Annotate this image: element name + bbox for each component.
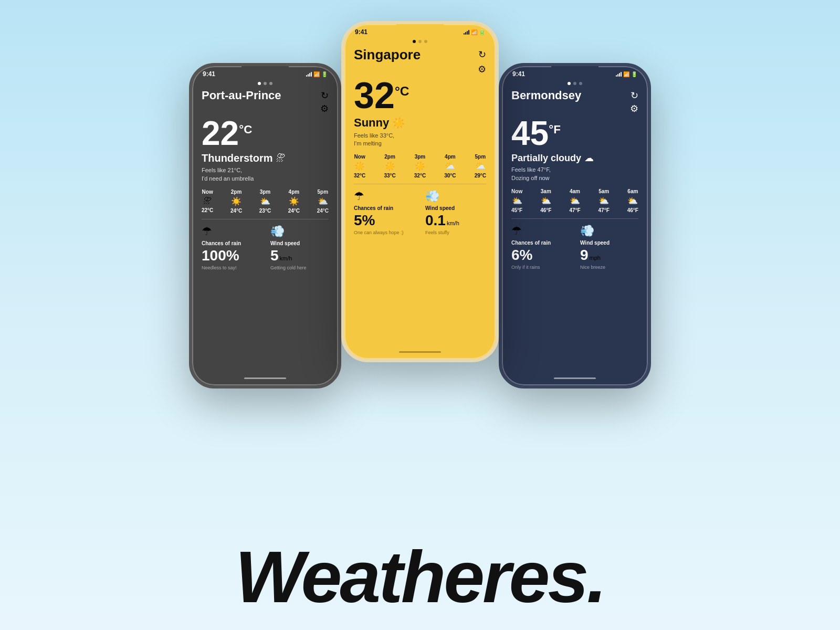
temp-center: 32°C [354, 77, 486, 114]
wind-value-center: 0.1 [425, 213, 446, 228]
dot-1-center [413, 40, 416, 43]
home-bar-right [554, 377, 596, 379]
feels-like-right: Feels like 47°F, Dozing off now [511, 166, 638, 182]
hour-icon-0-left: ⛈ [203, 196, 212, 206]
wind-icon-right: 💨 [580, 224, 638, 238]
wind-value-left: 5 [270, 248, 279, 263]
hour-icon-4-right: ⛅ [627, 196, 638, 206]
settings-icon-center[interactable]: ⚙ [478, 64, 486, 75]
app-title: Weatheres. [235, 534, 605, 620]
battery-icon-center: 🔋 [479, 29, 485, 35]
hour-icon-0-right: ⛅ [512, 196, 522, 206]
dot-1-right [568, 82, 571, 85]
rain-label-center: Chances of rain [354, 205, 415, 211]
wind-value-right: 9 [580, 248, 589, 262]
wifi-icon-center: 📶 [471, 29, 477, 35]
wind-stat-center: 💨 Wind speed 0.1 km/h Feels stuffy [425, 190, 486, 235]
wind-desc-center: Feels stuffy [425, 230, 486, 235]
city-name-left: Port-au-Prince [202, 89, 281, 102]
refresh-icon-left[interactable]: ↻ [321, 90, 329, 101]
wind-stat-right: 💨 Wind speed 9 mph Nice breeze [580, 224, 638, 270]
cloud-icon-right: ☁ [584, 152, 594, 164]
wind-label-right: Wind speed [580, 240, 638, 246]
wind-unit-left: km/h [280, 255, 292, 261]
page-dots-right [502, 82, 648, 85]
hour-icon-2-right: ⛅ [570, 196, 580, 206]
signal-icon-center [464, 29, 469, 35]
notch-center [396, 24, 444, 36]
temp-left: 22°C [202, 117, 329, 150]
dot-2-center [418, 40, 422, 43]
wind-label-left: Wind speed [270, 240, 329, 246]
refresh-icon-center[interactable]: ↻ [478, 49, 486, 60]
status-time-center: 9:41 [355, 28, 368, 36]
phone-port-au-prince: 9:41 📶 🔋 Port-au-Prince ↻ [189, 63, 341, 388]
stats-center: ☂ Chances of rain 5% One can always hope… [354, 190, 486, 235]
wind-unit-right: mph [590, 255, 601, 261]
battery-icon-right: 🔋 [631, 71, 637, 77]
umbrella-icon-left: ☂ [202, 225, 260, 238]
dot-1-left [258, 82, 261, 85]
wind-stat-left: 💨 Wind speed 5 km/h Getting cold here [270, 225, 329, 270]
status-icons-left: 📶 🔋 [306, 71, 328, 77]
signal-icon-left [306, 71, 312, 77]
feels-like-center: Feels like 33°C, I'm melting [354, 132, 486, 148]
umbrella-icon-right: ☂ [511, 224, 570, 238]
rain-stat-center: ☂ Chances of rain 5% One can always hope… [354, 190, 415, 235]
phone-singapore: 9:41 📶 🔋 Singapore ↻ [341, 21, 499, 362]
dot-3-right [579, 82, 582, 85]
wind-desc-left: Getting cold here [270, 265, 329, 270]
rain-value-left: 100% [202, 248, 239, 263]
condition-left: Thunderstorm [202, 152, 273, 164]
rain-stat-left: ☂ Chances of rain 100% Needless to say! [202, 225, 260, 270]
status-icons-center: 📶 🔋 [464, 29, 485, 35]
page-dots-center [344, 40, 496, 43]
hour-icon-3-left: ☀️ [289, 196, 299, 206]
rain-desc-left: Needless to say! [202, 265, 260, 270]
stats-right: ☂ Chances of rain 6% Only if it rains 💨 … [511, 224, 638, 270]
hour-icon-1-center: ☀️ [385, 161, 395, 171]
settings-icon-right[interactable]: ⚙ [630, 103, 638, 114]
status-time-right: 9:41 [512, 70, 525, 78]
wifi-icon-left: 📶 [313, 71, 320, 77]
condition-right: Partially cloudy [511, 153, 581, 164]
hourly-right: Now ⛅ 45°F 3am ⛅ 46°F 4am ⛅ 47°F 5am ⛅ [511, 188, 638, 213]
hour-icon-3-right: ⛅ [598, 196, 609, 206]
home-bar-center [399, 351, 441, 353]
condition-center: Sunny [354, 116, 389, 130]
page-dots-left [192, 82, 338, 85]
hour-icon-1-right: ⛅ [541, 196, 551, 206]
stats-left: ☂ Chances of rain 100% Needless to say! … [202, 225, 329, 270]
city-name-center: Singapore [354, 47, 421, 62]
feels-like-left: Feels like 21°C, I'd need an umbrella [202, 166, 329, 183]
wind-icon-left: 💨 [270, 225, 329, 238]
hour-icon-3-center: ⛅ [445, 161, 455, 171]
umbrella-icon-center: ☂ [354, 190, 415, 203]
hour-icon-2-center: ☀️ [415, 161, 425, 171]
settings-icon-left[interactable]: ⚙ [320, 103, 329, 114]
rain-desc-center: One can always hope :) [354, 230, 415, 235]
dot-2-right [573, 82, 576, 85]
wifi-icon-right: 📶 [623, 71, 629, 77]
battery-icon-left: 🔋 [321, 71, 328, 77]
rain-label-right: Chances of rain [511, 240, 570, 246]
dot-2-left [264, 82, 267, 85]
wind-unit-center: km/h [447, 220, 459, 226]
wind-icon-center: 💨 [425, 190, 486, 203]
rain-label-left: Chances of rain [202, 240, 260, 246]
thunderstorm-icon-left: ⛈ [276, 153, 286, 164]
hour-icon-4-left: ⛅ [318, 196, 328, 206]
rain-value-right: 6% [511, 248, 532, 262]
notch-right [551, 66, 598, 78]
rain-value-center: 5% [354, 213, 375, 228]
refresh-icon-right[interactable]: ↻ [631, 90, 638, 101]
hour-icon-2-left: ⛅ [260, 196, 270, 206]
hour-icon-1-left: ☀️ [231, 196, 242, 206]
status-time-left: 9:41 [203, 70, 215, 78]
notch-left [242, 66, 289, 78]
wind-label-center: Wind speed [425, 205, 486, 211]
status-icons-right: 📶 🔋 [616, 71, 637, 77]
hour-icon-4-center: ⛅ [475, 161, 486, 171]
wind-desc-right: Nice breeze [580, 265, 638, 270]
phone-bermondsey: 9:41 📶 🔋 Bermondsey ↻ [499, 63, 651, 388]
